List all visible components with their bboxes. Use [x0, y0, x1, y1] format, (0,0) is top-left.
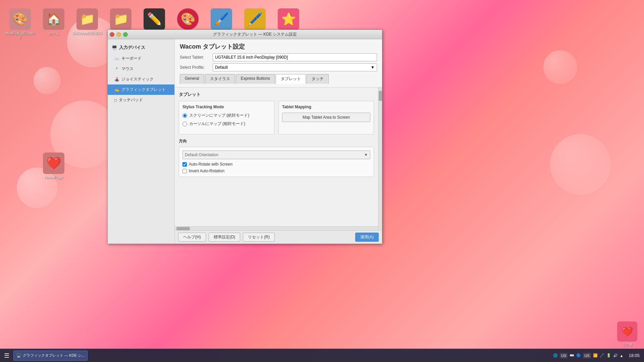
- icon-clip-studio-img: ✏️: [144, 8, 165, 30]
- select-tablet-value: UGTABLET 15.6 inch PenDisplay [090D]: [215, 55, 288, 60]
- sidebar-header: 🖥️ 入力デバイス: [108, 42, 174, 53]
- gadget-icon[interactable]: ❤️: [617, 321, 637, 342]
- icon-home-label: ホーム: [48, 31, 59, 36]
- tab-touch[interactable]: タッチ: [307, 74, 329, 84]
- main-header: Wacom タブレット設定 Select Tablet: UGTABLET 15…: [175, 39, 382, 87]
- sidebar-header-label: 入力デバイス: [119, 45, 145, 51]
- window-titlebar: グラフィックタブレット — KDE システム設定: [108, 30, 382, 39]
- tabs-bar: General スタイラス Express Buttons タブレット タッチ: [180, 74, 377, 84]
- help-button[interactable]: ヘルプ(H): [178, 233, 206, 242]
- checkbox-invert-input[interactable]: [182, 169, 187, 173]
- sidebar-joystick-label: ジョイスティック: [121, 76, 154, 82]
- tablet-mapping-box: Tablet Mapping Map Tablet Area to Screen: [278, 101, 374, 134]
- sidebar-item-keyboard[interactable]: ⌨️ キーボード: [108, 53, 174, 64]
- sidebar-touchpad-label: タッチパッド: [119, 97, 143, 103]
- select-tablet-field[interactable]: UGTABLET 15.6 inch PenDisplay [090D]: [213, 53, 377, 61]
- window-body: 🖥️ 入力デバイス ⌨️ キーボード 🖱️ マウス 🕹️ ジョイスティック ✍️: [108, 39, 382, 244]
- select-profile-label: Select Profile:: [180, 65, 210, 70]
- radio-relative-label: カーソルにマップ (相対モード): [189, 121, 245, 127]
- horizontal-scrollbar[interactable]: [175, 226, 378, 230]
- select-profile-row: Select Profile: Default ▼: [180, 63, 377, 71]
- sidebar-tablet-label: グラフィックタブレット: [121, 87, 166, 93]
- select-tablet-label: Select Tablet:: [180, 55, 210, 60]
- sidebar: 🖥️ 入力デバイス ⌨️ キーボード 🖱️ マウス 🕹️ ジョイスティック ✍️: [108, 39, 175, 244]
- icon-homepage[interactable]: ❤️ HomePage: [37, 151, 70, 181]
- radio-relative-input[interactable]: [182, 122, 187, 126]
- orientation-select[interactable]: Default Orientation ▼: [182, 150, 370, 159]
- reset-button[interactable]: リセット(R): [243, 233, 275, 242]
- icon-2k19may01endo-label: 2k19May01ENDO: [72, 31, 102, 35]
- locale2-indicator[interactable]: US: [583, 353, 591, 358]
- orientation-section: 方向 Default Orientation ▼: [179, 138, 374, 177]
- radio-absolute-input[interactable]: [182, 113, 187, 118]
- map-tablet-area-btn[interactable]: Map Tablet Area to Screen: [282, 113, 370, 122]
- orientation-area: Default Orientation ▼ Auto-Rotate with S…: [179, 147, 374, 177]
- tab-stylus[interactable]: スタイラス: [205, 74, 235, 84]
- stylus-tracking-title: Stylus Tracking Mode: [182, 105, 271, 109]
- main-title: Wacom タブレット設定: [180, 43, 377, 51]
- checkbox-autorotate[interactable]: Auto-Rotate with Screen: [182, 162, 370, 167]
- gadget-label: ご介箱: [617, 342, 637, 347]
- stylus-tracking-box: Stylus Tracking Mode スクリーンにマップ (絶対モード): [179, 101, 274, 134]
- sidebar-item-tablet[interactable]: ✍️ グラフィックタブレット: [108, 84, 174, 95]
- checkbox-autorotate-label: Auto-Rotate with Screen: [189, 162, 232, 167]
- window-min-btn[interactable]: [116, 32, 121, 37]
- touchpad-icon: □: [114, 98, 117, 103]
- window-max-btn[interactable]: [123, 32, 128, 37]
- icon-2k19may01endo[interactable]: 📁 2k19May01ENDO: [70, 7, 104, 42]
- main-panel-area: タブレット Stylus Tracking Mode スクリーン: [175, 87, 382, 230]
- expand-tray-icon[interactable]: ▲: [620, 354, 624, 358]
- scrollbar-thumb[interactable]: [379, 91, 382, 101]
- clock: 18:05: [626, 353, 642, 358]
- settings-window: グラフィックタブレット — KDE システム設定 🖥️ 入力デバイス ⌨️ キー…: [107, 29, 382, 244]
- taskbar-window-label: グラフィックタブレット — KDE シ...: [23, 353, 85, 358]
- taskbar-right: 🌐 US ⌨️ 🔵 US 📶 🖊️ 🔋 🔊 ▲ 18:05: [553, 353, 642, 358]
- window-footer: ヘルプ(H) 標準設定(D) リセット(R) 適用(A): [175, 230, 382, 244]
- tablet-icon: ✍️: [114, 87, 119, 92]
- bubble-decoration: [550, 134, 610, 194]
- icon-star01rdesc-img: ⭐: [278, 8, 299, 30]
- icon-2k19may01endo-img: 📁: [76, 8, 98, 30]
- h-scrollbar-thumb[interactable]: [176, 227, 190, 230]
- default-button[interactable]: 標準設定(D): [209, 233, 240, 242]
- battery-icon[interactable]: 🔋: [606, 353, 611, 358]
- window-close-btn[interactable]: [110, 32, 114, 37]
- main-content: Wacom タブレット設定 Select Tablet: UGTABLET 15…: [175, 39, 382, 244]
- sidebar-item-touchpad[interactable]: □ タッチパッド: [108, 95, 174, 105]
- tab-tablet[interactable]: タブレット: [276, 74, 306, 84]
- sidebar-item-mouse[interactable]: 🖱️ マウス: [108, 64, 174, 74]
- checkbox-invert[interactable]: Invert Auto-Rotation: [182, 169, 370, 173]
- icon-moe-pink[interactable]: 🎨 MoePink_02.colors: [3, 7, 37, 42]
- tab-general[interactable]: General: [180, 74, 204, 84]
- sidebar-item-joystick[interactable]: 🕹️ ジョイスティック: [108, 74, 174, 84]
- radio-relative[interactable]: カーソルにマップ (相対モード): [182, 121, 271, 127]
- orientation-title: 方向: [179, 138, 374, 144]
- checkbox-autorotate-input[interactable]: [182, 162, 187, 167]
- locale-indicator[interactable]: US: [560, 353, 568, 358]
- network-icon[interactable]: 🌐: [553, 353, 558, 358]
- orientation-chevron-icon: ▼: [364, 153, 368, 157]
- bubble-decoration: [543, 50, 577, 84]
- tablet-mapping-title: Tablet Mapping: [282, 105, 370, 109]
- tab-express[interactable]: Express Buttons: [236, 74, 275, 84]
- taskbar-apps-button[interactable]: ☰: [2, 351, 12, 361]
- icon-homepage-label: HomePage: [44, 175, 63, 179]
- tablet-tray-icon[interactable]: 🖊️: [600, 353, 604, 358]
- sidebar-header-icon: 🖥️: [112, 45, 117, 50]
- icon-moe-pink-img: 🎨: [9, 8, 31, 30]
- checkbox-group: Auto-Rotate with Screen Invert Auto-Rota…: [182, 162, 370, 173]
- taskbar-window-icon: 🖥️: [16, 353, 21, 358]
- keyboard-layout-icon[interactable]: ⌨️: [570, 353, 574, 358]
- radio-absolute[interactable]: スクリーンにマップ (絶対モード): [182, 113, 271, 118]
- vertical-scrollbar[interactable]: [378, 87, 382, 230]
- select-profile-combo[interactable]: Default ▼: [213, 63, 377, 71]
- network2-icon[interactable]: 📶: [593, 353, 598, 358]
- icon-home[interactable]: 🏠 ホーム: [37, 7, 70, 42]
- bluetooth-icon[interactable]: 🔵: [576, 353, 581, 358]
- icon-home-img: 🏠: [43, 8, 64, 30]
- taskbar: ☰ 🖥️ グラフィックタブレット — KDE シ... 🌐 US ⌨️ 🔵 US…: [0, 349, 644, 362]
- icon-moe-pink-label: MoePink_02.colors: [5, 31, 35, 39]
- taskbar-window-item[interactable]: 🖥️ グラフィックタブレット — KDE シ...: [13, 351, 88, 361]
- volume-icon[interactable]: 🔊: [613, 353, 618, 358]
- apply-button[interactable]: 適用(A): [355, 233, 379, 242]
